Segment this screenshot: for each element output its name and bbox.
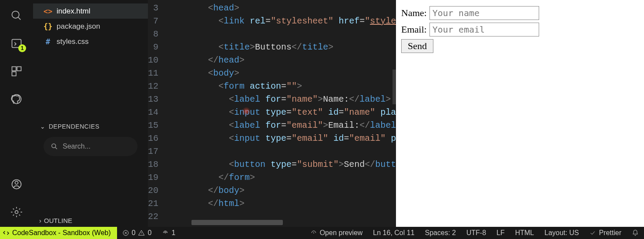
file-item-index-html[interactable]: <>index.html <box>33 3 148 19</box>
html-file-icon: <> <box>44 7 52 16</box>
prettier-indicator[interactable]: Prettier <box>584 227 627 239</box>
svg-line-11 <box>55 147 57 149</box>
svg-point-9 <box>15 211 18 214</box>
dependencies-section[interactable]: ⌄ DEPENDENCIES <box>33 119 148 134</box>
line-gutter: 378910111213141516171819202122 <box>148 2 166 223</box>
remote-indicator[interactable]: CodeSandbox - Sandbox (Web) <box>0 227 117 239</box>
preview-pane: Name: Email: Send <box>396 0 644 227</box>
search-icon <box>50 143 58 150</box>
json-file-icon: {} <box>44 22 52 31</box>
chevron-down-icon: ⌄ <box>39 123 46 130</box>
email-input[interactable] <box>429 23 539 37</box>
send-button[interactable]: Send <box>401 39 433 53</box>
gear-icon[interactable] <box>10 205 23 219</box>
file-item-package-json[interactable]: {}package.json <box>33 19 148 34</box>
search-icon[interactable] <box>10 9 23 23</box>
css-file-icon: # <box>44 37 52 46</box>
outline-label: OUTLINE <box>44 217 72 224</box>
notifications-icon[interactable] <box>627 227 644 239</box>
ports-indicator[interactable]: 1 <box>157 227 181 239</box>
file-name: package.json <box>57 22 100 31</box>
name-input[interactable] <box>429 6 539 20</box>
open-preview-button[interactable]: Open preview <box>305 227 368 239</box>
problems-indicator[interactable]: 0 0 <box>117 227 157 239</box>
dependency-search[interactable]: Search... <box>44 137 138 156</box>
outline-section[interactable]: › OUTLINE <box>33 214 148 227</box>
svg-point-0 <box>12 11 19 18</box>
extensions-icon[interactable] <box>10 64 23 78</box>
file-name: styles.css <box>57 37 89 46</box>
code-editor[interactable]: 378910111213141516171819202122 <head> <l… <box>148 0 396 227</box>
accounts-icon[interactable] <box>10 177 23 191</box>
horizontal-scrollbar[interactable] <box>191 220 392 225</box>
remote-label: CodeSandbox - Sandbox (Web) <box>12 229 111 237</box>
run-debug-icon[interactable]: 1 <box>10 37 23 50</box>
activity-bar: 1 <box>0 0 33 227</box>
name-label: Name: <box>401 7 427 19</box>
svg-point-17 <box>313 232 314 233</box>
file-name: index.html <box>57 7 90 16</box>
svg-line-1 <box>18 17 21 20</box>
svg-point-8 <box>15 181 18 184</box>
search-placeholder: Search... <box>63 143 91 150</box>
activity-badge: 1 <box>18 44 26 52</box>
svg-rect-5 <box>12 72 16 76</box>
file-item-styles-css[interactable]: #styles.css <box>33 34 148 49</box>
svg-point-10 <box>52 144 56 148</box>
svg-rect-3 <box>12 67 16 71</box>
indent-indicator[interactable]: Spaces: 2 <box>420 227 461 239</box>
svg-point-16 <box>165 232 166 233</box>
file-list: <>index.html{}package.json#styles.css <box>33 3 148 53</box>
explorer-sidebar: <>index.html{}package.json#styles.css ⌄ … <box>33 0 148 227</box>
dependencies-label: DEPENDENCIES <box>49 123 99 130</box>
svg-rect-4 <box>17 67 21 71</box>
encoding-indicator[interactable]: UTF-8 <box>461 227 491 239</box>
status-bar: CodeSandbox - Sandbox (Web) 0 0 1 Open p… <box>0 227 644 239</box>
minimap-scroll[interactable] <box>392 70 396 104</box>
layout-indicator[interactable]: Layout: US <box>539 227 584 239</box>
chevron-right-icon: › <box>39 217 41 224</box>
code-content[interactable]: <head> <link rel="stylesheet" href="styl… <box>166 2 396 223</box>
github-icon[interactable] <box>10 92 23 106</box>
eol-indicator[interactable]: LF <box>491 227 510 239</box>
language-indicator[interactable]: HTML <box>510 227 540 239</box>
cursor-position[interactable]: Ln 16, Col 11 <box>368 227 419 239</box>
email-label: Email: <box>401 24 427 35</box>
